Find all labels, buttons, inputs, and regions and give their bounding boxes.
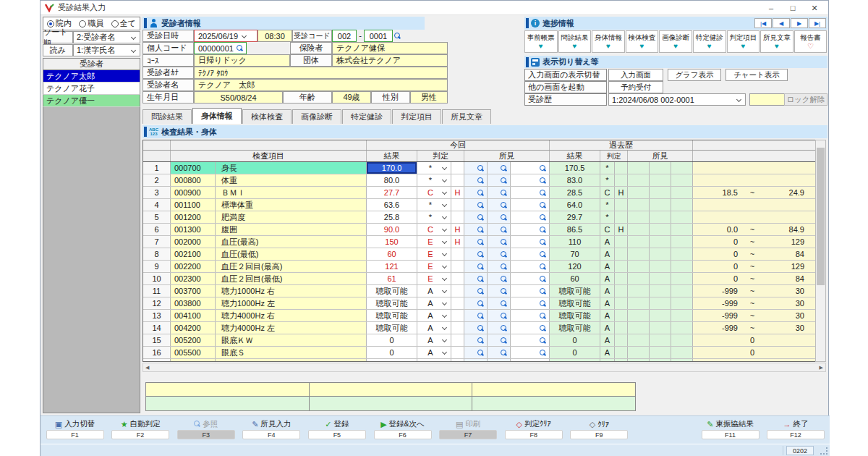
finding-cell[interactable] — [464, 162, 488, 174]
current-judge-dropdown[interactable]: A — [417, 285, 451, 297]
finding-cell[interactable] — [464, 322, 488, 334]
function-key-F12[interactable]: →終了F12 — [764, 418, 828, 442]
finding-search-icon[interactable] — [477, 190, 484, 196]
finding-cell[interactable] — [488, 187, 511, 198]
current-judge-dropdown[interactable]: E — [417, 236, 451, 248]
finding-cell[interactable] — [511, 248, 550, 260]
function-key-cap[interactable]: F11 — [702, 430, 760, 439]
finding-cell[interactable] — [488, 261, 511, 272]
table-row[interactable]: 15005200眼底ＫＷ0A0A0 — [143, 334, 825, 347]
visit-code-1-field[interactable]: 002 — [332, 30, 357, 42]
finding-search-icon[interactable] — [477, 362, 484, 363]
finding-cell[interactable] — [511, 174, 550, 186]
finding-search-icon[interactable] — [477, 177, 484, 184]
scope-radio-職員[interactable]: 職員 — [79, 18, 103, 29]
current-judge-dropdown[interactable]: * — [417, 211, 451, 223]
finding-search-icon[interactable] — [540, 276, 546, 282]
table-row[interactable]: 11003700聴力1000Hz 右聴取可能A聴取可能A-999~30 — [143, 285, 825, 297]
finding-search-icon[interactable] — [540, 177, 546, 184]
finding-search-icon[interactable] — [501, 350, 507, 356]
course-field[interactable]: 日帰りドック — [194, 54, 290, 67]
tab-問診結果[interactable]: 問診結果 — [142, 109, 192, 124]
kana-field[interactable]: ﾃｸﾉｱ ﾀﾛｳ — [194, 67, 448, 79]
current-judge-dropdown[interactable]: A — [417, 310, 451, 321]
finding-cell[interactable] — [464, 199, 488, 211]
finding-cell[interactable] — [464, 334, 488, 346]
scroll-left-icon[interactable]: ◀ — [145, 365, 149, 371]
finding-search-icon[interactable] — [477, 202, 484, 208]
display-button-グラフ表示[interactable]: グラフ表示 — [668, 69, 721, 81]
finding-cell[interactable] — [488, 347, 511, 358]
finding-cell[interactable] — [464, 187, 488, 198]
finding-search-icon[interactable] — [540, 251, 546, 258]
table-row[interactable]: 8002100血圧(最低)60E70A0~84 — [143, 248, 825, 261]
progress-nav-button-3[interactable]: ▶| — [809, 18, 826, 28]
visit-history-select[interactable]: 1:2024/06/08 002-0001 — [608, 93, 746, 106]
horizontal-scrollbar[interactable]: ◀▶ — [142, 363, 826, 372]
finding-cell[interactable] — [488, 211, 511, 223]
finding-search-icon[interactable] — [501, 177, 507, 184]
finding-cell[interactable] — [464, 359, 488, 362]
tab-所見文章[interactable]: 所見文章 — [442, 109, 491, 124]
tab-画像診断[interactable]: 画像診断 — [292, 109, 341, 124]
current-result-cell[interactable]: 0 — [367, 359, 417, 362]
finding-search-icon[interactable] — [501, 227, 507, 233]
summary-cell[interactable] — [310, 383, 473, 397]
function-key-cap[interactable]: F3 — [177, 430, 235, 439]
visit-code-search-icon[interactable] — [394, 32, 401, 41]
tab-判定項目[interactable]: 判定項目 — [392, 109, 441, 124]
current-judge-dropdown[interactable]: A — [417, 359, 451, 362]
current-judge-dropdown[interactable]: E — [417, 273, 451, 284]
tab-身体情報[interactable]: 身体情報 — [192, 108, 242, 124]
finding-search-icon[interactable] — [501, 263, 507, 270]
visit-time-field[interactable]: 08:30 — [258, 30, 292, 42]
function-key-F1[interactable]: ▣入力切替F1 — [43, 418, 107, 442]
finding-cell[interactable] — [464, 297, 488, 309]
finding-search-icon[interactable] — [540, 350, 546, 356]
finding-cell[interactable] — [488, 310, 511, 321]
finding-search-icon[interactable] — [540, 227, 546, 233]
maximize-button[interactable]: □ — [782, 1, 804, 15]
progress-button-画像診断[interactable]: 画像診断♥ — [659, 30, 692, 53]
visit-code-2-field[interactable]: 0001 — [364, 30, 393, 42]
finding-cell[interactable] — [464, 347, 488, 358]
finding-search-icon[interactable] — [540, 239, 546, 245]
current-result-cell[interactable]: 聴取可能 — [367, 322, 417, 334]
display-button-チャート表示[interactable]: チャート表示 — [726, 69, 788, 81]
finding-cell[interactable] — [488, 199, 511, 211]
finding-cell[interactable] — [511, 236, 550, 248]
personal-code-search-icon[interactable] — [237, 45, 243, 51]
finding-search-icon[interactable] — [477, 313, 484, 319]
scope-radio-全て[interactable]: 全て — [111, 18, 136, 29]
sort-select[interactable]: 2:受診者名 — [73, 31, 140, 43]
personal-code-field[interactable]: 00000001 — [194, 42, 247, 54]
summary-cell[interactable] — [146, 383, 310, 397]
close-button[interactable]: ✕ — [804, 1, 825, 15]
current-result-cell[interactable]: 聴取可能 — [367, 310, 417, 321]
finding-cell[interactable] — [488, 334, 511, 346]
unlock-button[interactable]: ロック解除 — [784, 93, 827, 106]
table-row[interactable]: 16005500眼底Ｓ0A0A0 — [143, 347, 825, 359]
finding-search-icon[interactable] — [540, 325, 546, 332]
function-key-cap[interactable]: F9 — [570, 430, 628, 439]
tab-検体検査[interactable]: 検体検査 — [242, 109, 292, 124]
display-button-入力画面[interactable]: 入力画面 — [608, 69, 663, 81]
current-judge-dropdown[interactable]: E — [417, 248, 451, 260]
table-row[interactable]: 10002300血圧２回目(最低)61E60A0~84 — [143, 273, 825, 285]
current-judge-dropdown[interactable]: * — [417, 199, 451, 211]
finding-search-icon[interactable] — [477, 239, 484, 245]
finding-search-icon[interactable] — [477, 251, 484, 258]
current-result-cell[interactable]: 27.7 — [367, 187, 417, 198]
current-judge-dropdown[interactable]: C — [417, 187, 451, 198]
finding-search-icon[interactable] — [477, 325, 484, 332]
finding-search-icon[interactable] — [501, 362, 507, 363]
finding-cell[interactable] — [511, 261, 550, 272]
current-result-cell[interactable]: 61 — [367, 273, 417, 284]
finding-search-icon[interactable] — [477, 165, 484, 172]
current-result-cell[interactable]: 150 — [367, 236, 417, 248]
patient-list-item[interactable]: テクノア花子 — [43, 83, 140, 95]
finding-search-icon[interactable] — [501, 239, 507, 245]
finding-search-icon[interactable] — [501, 337, 507, 344]
function-key-cap[interactable]: F12 — [767, 430, 825, 439]
finding-search-icon[interactable] — [477, 276, 484, 282]
